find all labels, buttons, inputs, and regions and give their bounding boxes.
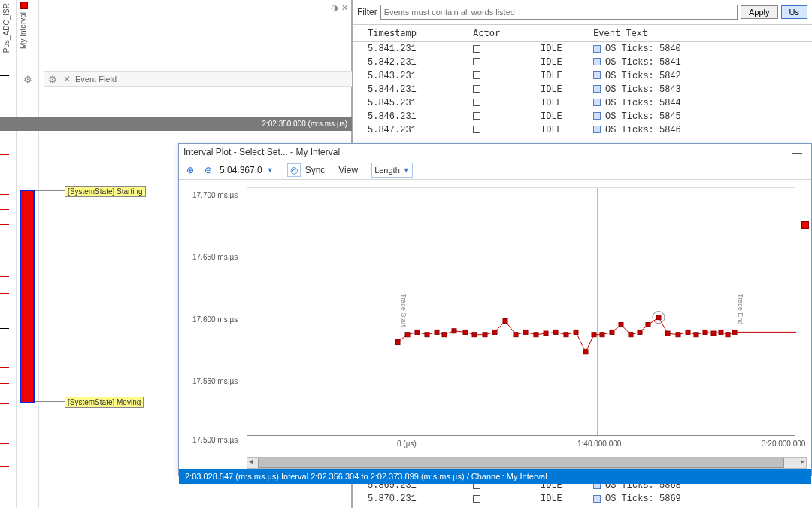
apply-button[interactable]: Apply (741, 5, 778, 19)
data-point[interactable] (553, 330, 558, 334)
checkbox-icon[interactable] (593, 495, 601, 503)
legend-swatch-icon (801, 221, 809, 229)
col-actor[interactable]: Actor (458, 25, 578, 42)
table-row[interactable]: 5.842.231IDLEOS Ticks: 5841 (353, 56, 812, 69)
data-point[interactable] (583, 350, 588, 354)
data-point[interactable] (534, 333, 538, 337)
zoom-in-icon[interactable]: ⊕ (183, 163, 197, 177)
data-point[interactable] (574, 330, 578, 334)
data-point[interactable] (503, 319, 508, 324)
table-row[interactable]: 5.870.231IDLEOS Ticks: 5869 (353, 492, 812, 506)
data-point[interactable] (610, 330, 614, 334)
checkbox-icon[interactable] (473, 126, 480, 133)
y-tick: 17.650 ms.µs (192, 253, 238, 261)
data-point[interactable] (646, 323, 650, 327)
data-point[interactable] (686, 330, 690, 334)
state-callout[interactable]: [SystemState] Moving (65, 397, 144, 408)
zoom-out-icon[interactable]: ⊖ (201, 163, 215, 177)
checkbox-icon[interactable] (593, 45, 601, 53)
table-row[interactable]: 5.846.231IDLEOS Ticks: 5845 (353, 110, 812, 123)
lane-swatch-icon (20, 2, 28, 9)
dropdown-icon[interactable]: ▼ (267, 166, 274, 174)
checkbox-icon[interactable] (473, 45, 480, 53)
table-row[interactable]: 5.847.231IDLEOS Ticks: 5846 (353, 123, 812, 137)
data-point[interactable] (514, 333, 518, 337)
data-point[interactable] (425, 333, 429, 337)
data-point[interactable] (638, 330, 642, 334)
data-point[interactable] (544, 331, 548, 336)
table-row[interactable]: 5.843.231IDLEOS Ticks: 5842 (353, 69, 812, 83)
x-tick: 1:40.000.000 (577, 440, 621, 448)
gear-icon[interactable]: ⚙ (47, 73, 59, 85)
filter-input[interactable] (380, 5, 738, 20)
data-point[interactable] (732, 330, 737, 334)
checkbox-icon[interactable] (593, 112, 601, 120)
view-label[interactable]: View (338, 165, 358, 175)
state-callout[interactable]: [SystemState] Starting (65, 186, 146, 197)
data-point[interactable] (483, 333, 487, 337)
data-point[interactable] (492, 330, 497, 334)
scroll-right-icon[interactable]: ▸ (801, 457, 804, 465)
checkbox-icon[interactable] (593, 85, 601, 93)
checkbox-icon[interactable] (593, 58, 601, 65)
x-tick: 0 (µs) (397, 440, 417, 448)
data-point[interactable] (442, 333, 447, 337)
scroll-thumb[interactable] (258, 458, 784, 468)
data-point[interactable] (711, 331, 716, 336)
data-point[interactable] (592, 333, 596, 337)
checkbox-icon[interactable] (593, 126, 601, 133)
data-point[interactable] (676, 333, 680, 337)
checkbox-icon[interactable] (473, 495, 480, 503)
scroll-left-icon[interactable]: ◂ (249, 457, 253, 465)
plot-body: 17.700 ms.µs17.650 ms.µs17.600 ms.µs17.5… (179, 180, 811, 455)
data-point[interactable] (719, 330, 723, 334)
data-point[interactable] (415, 330, 420, 334)
data-point[interactable] (665, 331, 670, 336)
data-point[interactable] (452, 329, 456, 333)
data-point[interactable] (629, 333, 633, 337)
data-point[interactable] (600, 333, 604, 337)
minimize-icon[interactable]: — (787, 144, 807, 160)
data-point[interactable] (694, 333, 698, 337)
target-icon[interactable]: ◎ (287, 163, 301, 177)
data-point[interactable] (619, 323, 623, 327)
data-point[interactable] (435, 330, 439, 334)
window-titlebar[interactable]: Interval Plot - Select Set... - My Inter… (179, 144, 811, 160)
panel-corner-controls: ◑ ✕ (331, 3, 348, 13)
data-point[interactable] (463, 330, 468, 334)
col-timestamp[interactable]: Timestamp (353, 25, 458, 42)
checkbox-icon[interactable] (473, 112, 480, 120)
checkbox-icon[interactable] (473, 58, 480, 65)
data-point[interactable] (703, 330, 707, 334)
interval-bar[interactable] (20, 190, 35, 403)
close-icon[interactable]: ✕ (63, 74, 71, 84)
data-point[interactable] (395, 340, 400, 345)
checkbox-icon[interactable] (473, 99, 480, 106)
lane-label: My Interval (19, 12, 27, 49)
col-event-text[interactable]: Event Text (578, 25, 812, 42)
plot-status-bar: 2:03.028.547 (m:s.ms.µs) Interval 2:02.3… (179, 469, 811, 484)
table-row[interactable]: 5.844.231IDLEOS Ticks: 5843 (353, 83, 812, 96)
data-point[interactable] (523, 330, 528, 334)
event-table[interactable]: TimestampActorEvent Text 5.841.231IDLEOS… (353, 25, 812, 137)
data-point[interactable] (656, 315, 661, 320)
table-row[interactable]: 5.841.231IDLEOS Ticks: 5840 (353, 42, 812, 56)
checkbox-icon[interactable] (593, 71, 601, 79)
data-point[interactable] (472, 333, 477, 337)
checkbox-icon[interactable] (473, 71, 480, 79)
collapse-icon[interactable]: ◑ (331, 3, 338, 13)
checkbox-icon[interactable] (473, 85, 480, 93)
lane-settings-button[interactable]: ⚙ (17, 71, 39, 87)
measure-combo[interactable]: Length ▼ (371, 163, 413, 178)
data-point[interactable] (726, 333, 730, 337)
data-point[interactable] (564, 333, 568, 337)
use-button[interactable]: Us (781, 5, 807, 19)
data-point[interactable] (405, 333, 410, 337)
sync-label[interactable]: Sync (305, 165, 326, 175)
y-tick: 17.500 ms.µs (192, 436, 238, 444)
plot-scrollbar[interactable]: ◂ ▸ (247, 457, 807, 469)
close-icon[interactable]: ✕ (341, 3, 348, 13)
checkbox-icon[interactable] (593, 99, 601, 106)
table-row[interactable]: 5.845.231IDLEOS Ticks: 5844 (353, 96, 812, 110)
plot-canvas[interactable]: Trace Start Trace End (247, 187, 795, 436)
